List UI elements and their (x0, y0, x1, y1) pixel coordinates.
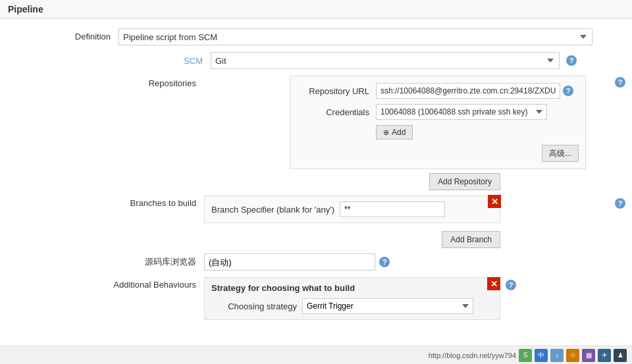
additional-behaviours-section: Additional Behaviours ? ✕ Strategy for c… (0, 277, 632, 320)
additional-behaviours-label: Additional Behaviours (0, 277, 204, 290)
watermark-bar: http://blog.csdn.net/yyw794 S 中 ♪ ✩ ▦ ✈ … (0, 346, 632, 364)
choosing-strategy-select[interactable]: Gerrit Trigger (302, 298, 473, 314)
source-browser-section: 源码库浏览器 (自动) ? (0, 253, 632, 271)
repo-box-footer: 高级... (297, 145, 579, 162)
source-browser-label: 源码库浏览器 (0, 256, 204, 268)
repositories-content: ? Repository URL ? Credentials (204, 76, 632, 190)
scm-input-area: Git ? (211, 52, 577, 69)
repo-url-input[interactable] (376, 83, 560, 99)
definition-row: Definition Pipeline script from SCM (0, 26, 632, 48)
branches-section: Branches to build ? ✕ Branch Specifier (… (118, 195, 632, 248)
scm-select[interactable]: Git (211, 52, 560, 69)
strategy-header: Strategy for choosing what to build (211, 283, 493, 293)
wm-icon-chess: ♟ (614, 349, 627, 362)
watermark-url: http://blog.csdn.net/yyw794 (429, 351, 516, 359)
repositories-label: Repositories (118, 76, 204, 88)
scm-help-icon[interactable]: ? (566, 55, 577, 66)
add-branch-button[interactable]: Add Branch (442, 231, 500, 248)
page-container: Pipeline Definition Pipeline script from… (0, 0, 632, 364)
branches-content: ? ✕ Branch Specifier (blank for 'any') A… (204, 195, 632, 248)
repo-url-label: Repository URL (297, 86, 376, 96)
remove-strategy-button[interactable]: ✕ (487, 277, 500, 290)
add-icon: ⊕ (383, 128, 389, 137)
repositories-section: Repositories ? Repository URL ? Crede (118, 76, 632, 190)
repo-box: Repository URL ? Credentials 10064088 (1… (290, 76, 586, 169)
wm-icon-s: S (519, 349, 532, 362)
definition-label: Definition (0, 28, 118, 41)
source-browser-select[interactable]: (自动) (204, 253, 375, 271)
strategy-box: ✕ Strategy for choosing what to build Ch… (204, 277, 500, 320)
branches-label: Branches to build (118, 195, 204, 208)
credentials-label: Credentials (297, 107, 376, 117)
scm-row: SCM Git ? (118, 48, 632, 73)
section-header: Pipeline (0, 0, 632, 19)
branches-help-icon[interactable]: ? (615, 198, 625, 209)
branch-specifier-label: Branch Specifier (blank for 'any') (211, 205, 334, 215)
wm-icon-zh: 中 (535, 349, 548, 362)
page-title: Pipeline (8, 4, 43, 14)
add-branch-row: Add Branch (204, 227, 500, 248)
add-button-row: ⊕ Add (376, 125, 579, 140)
definition-select[interactable]: Pipeline script from SCM (118, 28, 592, 45)
add-repository-button[interactable]: Add Repository (429, 173, 500, 190)
repo-url-row: Repository URL ? (297, 83, 579, 99)
branch-box: ✕ Branch Specifier (blank for 'any') (204, 195, 500, 223)
scm-label: SCM (118, 56, 211, 66)
wm-icon-grid: ▦ (582, 349, 595, 362)
remove-branch-button[interactable]: ✕ (488, 195, 501, 208)
repositories-help-icon[interactable]: ? (615, 77, 625, 88)
main-content: Definition Pipeline script from SCM SCM … (0, 19, 632, 326)
wm-icon-star: ✩ (566, 349, 579, 362)
additional-behaviours-help-icon[interactable]: ? (506, 280, 516, 290)
additional-behaviours-content: ? ✕ Strategy for choosing what to build … (204, 277, 500, 320)
branch-specifier-input[interactable] (340, 201, 445, 217)
credentials-row: Credentials 10064088 (10064088 ssh priva… (297, 104, 579, 120)
choosing-strategy-row: Choosing strategy Gerrit Trigger (211, 298, 493, 314)
watermark-icons: S 中 ♪ ✩ ▦ ✈ ♟ (519, 349, 627, 362)
source-browser-help-icon[interactable]: ? (379, 257, 390, 267)
choosing-strategy-label: Choosing strategy (211, 301, 297, 311)
branch-row: Branch Specifier (blank for 'any') (204, 195, 500, 223)
definition-input-col: Pipeline script from SCM (118, 28, 632, 45)
repo-url-help-icon[interactable]: ? (563, 86, 573, 96)
wm-icon-music: ♪ (550, 349, 564, 362)
wm-icon-plane: ✈ (598, 349, 611, 362)
advanced-button[interactable]: 高级... (542, 145, 579, 162)
credentials-select[interactable]: 10064088 (10064088 ssh private ssh key) (376, 104, 547, 120)
add-repo-row: Add Repository (204, 173, 500, 190)
add-credentials-button[interactable]: ⊕ Add (376, 125, 413, 140)
